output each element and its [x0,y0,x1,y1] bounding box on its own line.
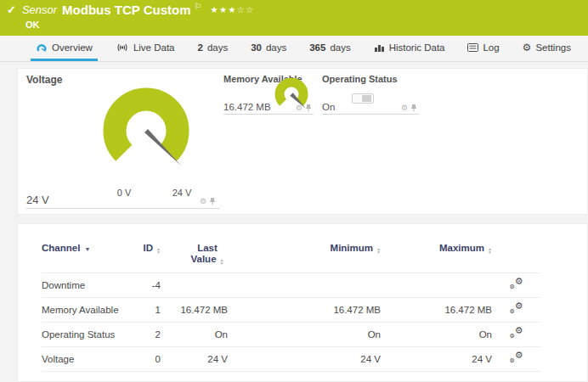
table-row-operating-status[interactable]: Operating Status 2 On On On ⚙⚙ [42,323,540,347]
channel-last-value: On [161,323,228,347]
status-toggle [352,93,374,104]
tab-label: Historic Data [389,42,445,53]
channel-last-value: 24 V [161,347,228,372]
column-header-actions [492,243,540,273]
channel-settings-icon[interactable]: ⚙⚙ [510,303,523,314]
memory-gauge-tile[interactable]: Memory Available 16.472 MB ⚙ [223,74,314,116]
channel-settings-icon[interactable]: ⚙⚙ [510,352,523,363]
column-label: Last Value [190,243,217,264]
page-title: Modbus TCP Custom [62,3,190,17]
gear-icon[interactable]: ⚙ [296,104,302,112]
channel-id: 2 [135,323,161,347]
gear-icon[interactable]: ⚙ [401,104,408,112]
channel-name: Downtime [42,273,135,298]
table-row-voltage[interactable]: Voltage 0 24 V 24 V 24 V ⚙⚙ [42,347,540,372]
tab-label-num: 2 [197,42,202,53]
column-label: ID [144,243,154,253]
column-header-channel[interactable]: Channel▼ [42,243,135,273]
sensor-header: ✓ Sensor Modbus TCP Custom ⚐ ★★★☆☆ OK [0,0,588,36]
log-list-icon [467,43,478,52]
sort-icon: ▲▼ [376,247,381,254]
gauge-title: Voltage [26,74,219,86]
tab-2-days[interactable]: 2 days [192,36,233,61]
gauges-panel: Voltage 0 V 24 V 24 V ⚙ Memory Available… [17,68,588,215]
sort-icon: ▲▼ [220,258,224,265]
gauge-value: On [322,102,335,112]
column-header-id[interactable]: ID▲▼ [135,243,161,273]
column-header-last-value[interactable]: Last Value▲▼ [161,243,228,273]
tab-label: days [207,42,228,53]
pin-icon[interactable] [410,104,417,112]
bar-chart-icon [374,43,385,52]
voltage-gauge [101,87,191,172]
tab-label: Overview [52,42,93,53]
tile-divider [322,114,419,115]
column-label: Channel [42,243,80,253]
channel-id: 1 [135,298,161,323]
channel-maximum [381,273,492,298]
channel-minimum: 24 V [228,347,381,372]
tab-label: Live Data [133,42,175,53]
tab-settings[interactable]: ⚙ Settings [517,36,576,61]
table-row-downtime[interactable]: Downtime -4 ⚙⚙ [42,273,540,298]
channel-settings-icon[interactable]: ⚙⚙ [510,278,523,289]
tab-live-data[interactable]: Live Data [110,36,180,61]
channels-table: Channel▼ ID▲▼ Last Value▲▼ Minimum▲▼ Max… [42,243,540,372]
tab-label: days [330,42,350,53]
channel-id: 0 [135,347,161,372]
pin-icon[interactable] [209,197,216,205]
tab-log[interactable]: Log [462,36,504,61]
tab-365-days[interactable]: 365 days [304,36,355,61]
tile-divider [26,208,219,209]
channel-maximum: On [381,323,492,347]
gauge-title: Operating Status [322,74,419,84]
tab-label: days [266,42,286,53]
gauge-scale-min: 0 V [111,188,137,198]
status-badge: OK [25,20,40,30]
tab-label-num: 30 [251,42,262,53]
tab-label: Settings [535,42,571,53]
star-rating[interactable]: ★★★☆☆ [210,5,254,14]
channel-id: -4 [135,273,161,298]
tile-divider [223,114,314,115]
channel-name: Voltage [42,347,135,372]
channel-maximum: 16.472 MB [381,298,492,323]
column-label: Maximum [439,243,484,253]
gauge-value: 16.472 MB [223,102,271,112]
tab-label-num: 365 [309,42,325,53]
toggle-knob [362,95,371,102]
sensor-header-line: ✓ Sensor Modbus TCP Custom ⚐ ★★★☆☆ [7,3,255,17]
voltage-gauge-tile[interactable]: Voltage 0 V 24 V 24 V ⚙ [26,74,219,211]
pin-icon[interactable] [305,104,312,112]
gauge-scale-max: 24 V [167,188,197,198]
sort-icon: ▲▼ [156,247,161,254]
tab-30-days[interactable]: 30 days [246,36,291,61]
gauge-icon [36,42,48,53]
channel-minimum [228,273,381,298]
channel-name: Operating Status [42,323,135,347]
live-signal-icon [116,43,129,52]
gauge-value: 24 V [26,194,49,206]
channel-maximum: 24 V [381,347,492,372]
tab-bar: Overview Live Data 2 days 30 days 365 da… [0,36,588,62]
sensor-type-label: Sensor [22,3,57,16]
operating-status-tile[interactable]: Operating Status On ⚙ [322,74,419,116]
channel-last-value: 16.472 MB [161,298,228,323]
column-header-maximum[interactable]: Maximum▲▼ [381,243,492,273]
table-row-memory-available[interactable]: Memory Available 1 16.472 MB 16.472 MB 1… [42,298,540,323]
channel-last-value [161,273,228,298]
tab-label: Log [483,42,499,53]
channel-settings-icon[interactable]: ⚙⚙ [510,328,523,339]
sort-icon: ▲▼ [488,247,492,254]
status-check-icon: ✓ [7,3,16,16]
gear-icon: ⚙ [523,42,532,53]
channels-panel: Channel▼ ID▲▼ Last Value▲▼ Minimum▲▼ Max… [17,223,588,382]
sort-desc-icon: ▼ [84,246,90,252]
gear-icon[interactable]: ⚙ [200,198,206,205]
column-label: Minimum [331,243,373,253]
column-header-minimum[interactable]: Minimum▲▼ [228,243,381,273]
channel-name: Memory Available [42,298,135,323]
priority-flag-icon[interactable]: ⚐ [195,2,202,11]
tab-historic-data[interactable]: Historic Data [369,36,450,61]
tab-overview[interactable]: Overview [31,36,98,61]
